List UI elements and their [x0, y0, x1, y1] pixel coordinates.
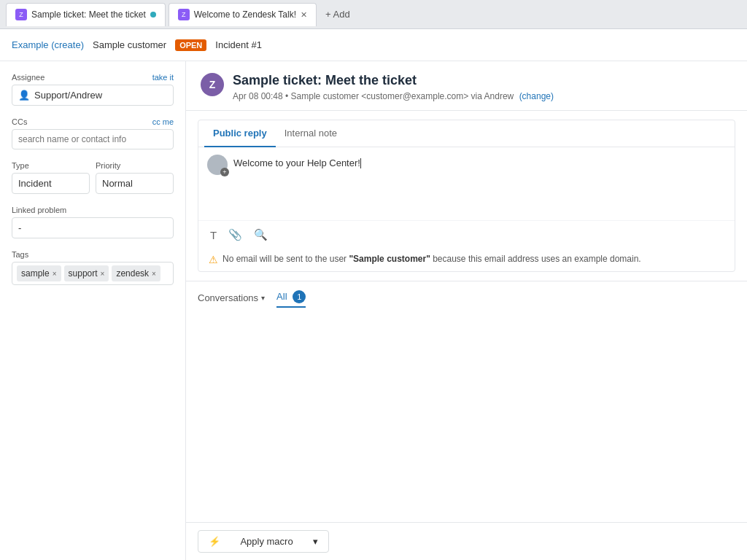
assignee-label-row: Assignee take it: [12, 73, 174, 82]
ticket-title: Sample ticket: Meet the ticket: [233, 73, 554, 88]
cc-label-row: CCs cc me: [12, 117, 174, 126]
breadcrumb-example-link[interactable]: Example (create): [12, 39, 84, 50]
type-label: Type: [12, 161, 29, 170]
priority-select[interactable]: Low Normal High Urgent: [96, 173, 174, 194]
macro-bar: ⚡ Apply macro ▾: [186, 522, 747, 560]
person-icon: 👤: [18, 90, 30, 101]
priority-field-group: Priority Low Normal High Urgent: [96, 161, 174, 194]
tag-support-label: support: [69, 268, 98, 279]
warning-text: No email will be sent to the user "Sampl…: [222, 253, 641, 265]
reply-area: Public reply Internal note + Welcome to …: [198, 120, 735, 272]
warning-icon: ⚠: [209, 254, 218, 265]
all-tab-label: All: [276, 291, 287, 302]
composer-body: Welcome to your Help Center!: [233, 155, 726, 213]
tab-icon-1: Z: [15, 9, 27, 20]
ticket-meta-customer: Sample customer: [291, 91, 359, 101]
tag-sample-close[interactable]: ×: [53, 270, 57, 278]
assignee-input[interactable]: 👤 Support/Andrew: [12, 85, 174, 106]
type-label-row: Type: [12, 161, 90, 170]
tags-container[interactable]: sample × support × zendesk ×: [12, 262, 174, 285]
incident-badge: Incident #1: [215, 39, 262, 50]
tab-label-2: Welcome to Zendesk Talk!: [194, 9, 296, 20]
conversations-filter-label: Conversations: [198, 292, 258, 303]
warning-bar: ⚠ No email will be sent to the user "Sam…: [198, 249, 735, 271]
priority-label-row: Priority: [96, 161, 174, 170]
breadcrumb-bar: Example (create) Sample customer open In…: [0, 29, 747, 61]
tag-sample: sample ×: [17, 265, 61, 281]
composer-text-content: Welcome to your Help Center!: [233, 158, 360, 168]
conversations-filter-arrow: ▾: [261, 294, 265, 302]
main-layout: Assignee take it 👤 Support/Andrew CCs cc…: [0, 61, 747, 560]
tag-zendesk: zendesk ×: [112, 265, 160, 281]
text-format-icon[interactable]: T: [207, 228, 220, 243]
linked-problem-label: Linked problem: [12, 206, 66, 214]
conversations-filter[interactable]: Conversations ▾: [198, 292, 265, 303]
main-content: Z Sample ticket: Meet the ticket Apr 08 …: [186, 61, 747, 560]
cc-search-input[interactable]: [12, 129, 174, 149]
tab-dot-1: [150, 12, 156, 18]
cc-field-group: CCs cc me: [12, 117, 174, 149]
tag-zendesk-close[interactable]: ×: [152, 270, 156, 278]
tag-support: support ×: [64, 265, 109, 281]
assignee-value: Support/Andrew: [34, 90, 102, 101]
ticket-avatar: Z: [201, 73, 224, 96]
attach-icon[interactable]: 📎: [225, 227, 245, 243]
tab-sample-ticket[interactable]: Z Sample ticket: Meet the ticket: [6, 3, 166, 26]
ticket-meta-via: via Andrew: [471, 91, 514, 101]
tags-field-group: Tags sample × support × zendesk ×: [12, 250, 174, 285]
tab-bar: Z Sample ticket: Meet the ticket Z Welco…: [0, 0, 747, 29]
macro-bolt-icon: ⚡: [209, 536, 220, 547]
ticket-info: Sample ticket: Meet the ticket Apr 08 00…: [233, 73, 554, 101]
apply-macro-button[interactable]: ⚡ Apply macro ▾: [198, 530, 329, 553]
ticket-meta-sep: •: [285, 91, 291, 101]
cc-me-link[interactable]: cc me: [152, 117, 174, 126]
assignee-label: Assignee: [12, 73, 44, 82]
type-field-group: Type Incident Question Problem Task: [12, 161, 90, 194]
tags-label: Tags: [12, 250, 28, 259]
composer-cursor: [360, 158, 361, 168]
macro-chevron-icon: ▾: [313, 536, 318, 547]
type-priority-row: Type Incident Question Problem Task Prio…: [12, 161, 174, 206]
type-select[interactable]: Incident Question Problem Task: [12, 173, 90, 194]
linked-problem-label-row: Linked problem: [12, 206, 174, 214]
ticket-meta-email: <customer@example.com>: [361, 91, 468, 101]
macro-label: Apply macro: [240, 536, 293, 547]
tab-close-2[interactable]: ✕: [301, 10, 307, 20]
tab-zendesk-talk[interactable]: Z Welcome to Zendesk Talk! ✕: [169, 3, 317, 26]
priority-label: Priority: [96, 161, 120, 170]
all-tab-badge: 1: [293, 290, 306, 303]
ticket-meta-date: Apr 08 00:48: [233, 91, 283, 101]
tab-label-1: Sample ticket: Meet the ticket: [31, 9, 146, 20]
tag-support-close[interactable]: ×: [101, 270, 105, 278]
breadcrumb-customer: Sample customer: [93, 39, 166, 50]
tab-all-conversations[interactable]: All 1: [276, 287, 306, 308]
search-icon[interactable]: 🔍: [251, 227, 271, 243]
sidebar: Assignee take it 👤 Support/Andrew CCs cc…: [0, 61, 186, 560]
composer-text-area[interactable]: Welcome to your Help Center!: [233, 155, 726, 213]
ticket-area: Z Sample ticket: Meet the ticket Apr 08 …: [186, 61, 747, 522]
linked-problem-field-group: Linked problem: [12, 206, 174, 238]
status-badge: open: [175, 39, 206, 51]
composer-avatar: +: [207, 155, 228, 175]
tag-zendesk-label: zendesk: [116, 268, 149, 279]
tag-sample-label: sample: [21, 268, 50, 279]
composer-toolbar: T 📎 🔍: [198, 220, 735, 249]
conversation-list: [186, 314, 747, 522]
tab-internal-note[interactable]: Internal note: [276, 120, 346, 147]
tab-public-reply[interactable]: Public reply: [204, 120, 276, 147]
conversations-bar: Conversations ▾ All 1: [186, 281, 747, 314]
add-tab-button[interactable]: + Add: [320, 6, 356, 23]
take-it-link[interactable]: take it: [152, 73, 174, 82]
tab-icon-2: Z: [178, 9, 190, 20]
ticket-meta: Apr 08 00:48 • Sample customer <customer…: [233, 91, 554, 101]
assignee-field-group: Assignee take it 👤 Support/Andrew: [12, 73, 174, 106]
cc-label: CCs: [12, 117, 27, 126]
reply-tabs: Public reply Internal note: [198, 120, 735, 147]
tags-label-row: Tags: [12, 250, 174, 259]
linked-problem-input[interactable]: [12, 217, 174, 238]
ticket-meta-change[interactable]: (change): [519, 91, 554, 101]
reply-composer: + Welcome to your Help Center!: [198, 147, 735, 220]
ticket-header: Z Sample ticket: Meet the ticket Apr 08 …: [186, 61, 747, 111]
composer-avatar-plus: +: [220, 168, 229, 176]
